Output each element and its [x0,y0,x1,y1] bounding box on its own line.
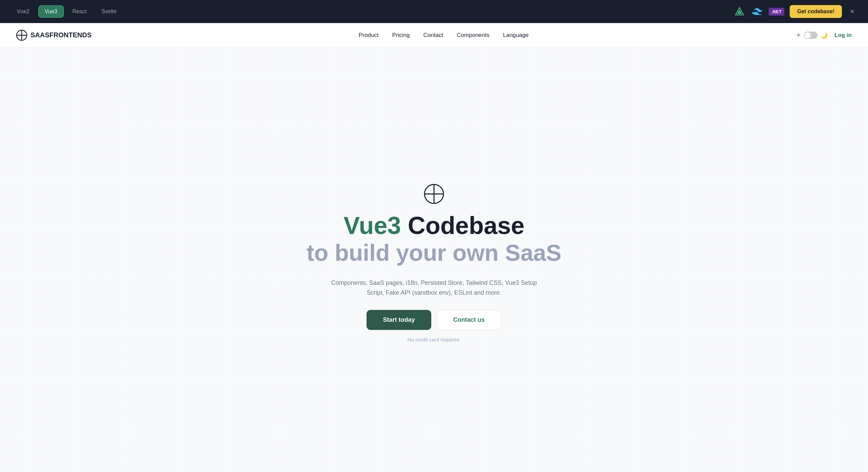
nav-contact[interactable]: Contact [423,32,443,39]
logo-text: SAASFRONTENDS [31,31,92,39]
hero-content: Vue3 Codebase to build your own SaaS Com… [307,184,561,342]
hero-buttons: Start today Contact us [367,310,501,330]
hero-title: Vue3 Codebase to build your own SaaS [307,212,561,266]
dotnet-badge: .NET [769,8,784,16]
toggle-thumb [805,32,811,38]
sun-icon: ☀ [796,32,801,39]
nav-right: ☀ 🌙 Log in [796,32,852,39]
hero-title-codebase: Codebase [408,212,525,239]
hero-title-vue3: Vue3 [343,212,401,239]
moon-icon: 🌙 [820,32,828,39]
close-button[interactable]: × [847,6,857,17]
nav-components[interactable]: Components [457,32,489,39]
tab-vue2[interactable]: Vue2 [11,6,36,17]
nav-product[interactable]: Product [359,32,379,39]
vue-icon [733,5,746,18]
tab-react[interactable]: React [66,6,93,17]
login-button[interactable]: Log in [834,32,852,39]
banner-tabs: Vue2 Vue3 React Svelte [11,5,123,18]
hero-description: Components, SaaS pages, i18n, Persisted … [329,278,539,298]
get-codebase-button[interactable]: Get codebase! [790,5,842,18]
hero-section: Vue3 Codebase to build your own SaaS Com… [0,47,868,472]
nav-pricing[interactable]: Pricing [392,32,410,39]
theme-toggle[interactable]: ☀ 🌙 [796,32,828,39]
nav-links: Product Pricing Contact Components Langu… [359,32,529,39]
logo[interactable]: SAASFRONTENDS [16,30,92,41]
nav-language[interactable]: Language [503,32,529,39]
toggle-track[interactable] [804,32,817,39]
start-today-button[interactable]: Start today [367,310,431,330]
tailwind-icon [751,5,763,18]
main-nav: SAASFRONTENDS Product Pricing Contact Co… [0,23,868,47]
tab-svelte[interactable]: Svelte [95,6,122,17]
banner-right: .NET Get codebase! × [733,5,857,18]
hero-logo-icon [424,184,444,204]
logo-frontends: FRONTENDS [50,31,92,39]
hero-title-sub: to build your own SaaS [307,240,561,266]
logo-icon [16,30,27,41]
no-credit-card-text: No credit card required. [408,337,461,342]
contact-us-button[interactable]: Contact us [437,310,501,330]
top-banner: Vue2 Vue3 React Svelte .NET Get codebase… [0,0,868,23]
logo-saas: SAAS [31,31,50,39]
tab-vue3[interactable]: Vue3 [38,5,64,18]
